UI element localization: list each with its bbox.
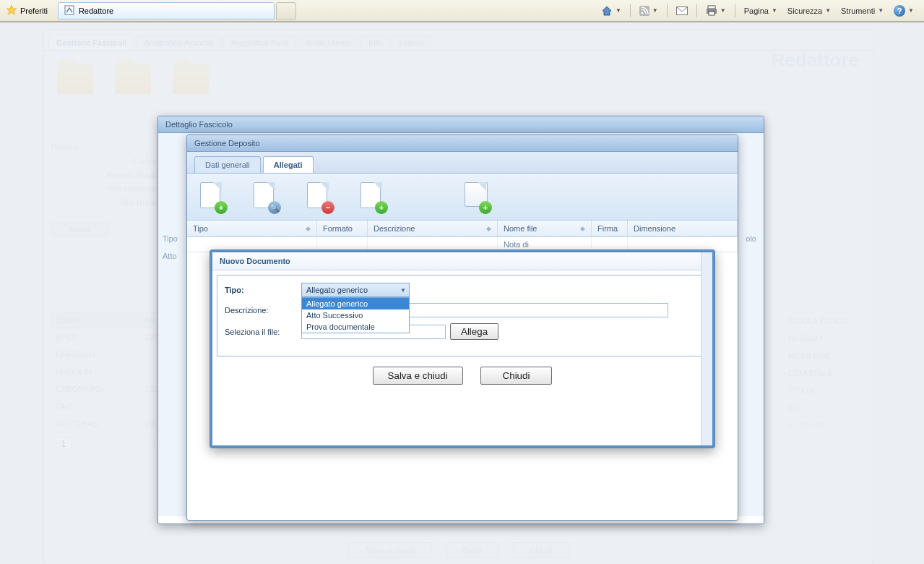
tipo-combobox[interactable]: Allegato generico ▼ Allegato generico At… (301, 283, 410, 297)
option-allegato-generico[interactable]: Allegato generico (302, 298, 409, 309)
doc-delete-button[interactable]: − (307, 182, 336, 211)
favorites-button[interactable]: Preferiti (0, 0, 53, 21)
home-button[interactable]: ▼ (598, 4, 624, 18)
svg-marker-0 (7, 5, 16, 14)
allegati-toolbar: + 🔍 − + + (187, 174, 738, 221)
tab-icon (64, 5, 74, 17)
col-dimensione[interactable]: Dimensione (628, 221, 738, 236)
new-tab-button[interactable] (276, 2, 296, 20)
mail-button[interactable] (673, 5, 691, 17)
rss-button[interactable]: ▼ (636, 4, 661, 17)
tab-title: Redattore (79, 7, 113, 15)
tipo-combobox-value: Allegato generico (306, 286, 368, 294)
nuovo-doc-form: Tipo: Allegato generico ▼ Allegato gener… (217, 275, 708, 356)
mail-icon (676, 7, 688, 15)
favorites-label: Preferiti (20, 7, 48, 15)
print-button[interactable]: ▼ (703, 4, 729, 18)
help-menu[interactable]: ?▼ (891, 4, 917, 18)
nuovo-save-close-button[interactable]: Salva e chiudi (373, 367, 463, 385)
side-label-tipo: Tipo (163, 234, 178, 243)
col-formato[interactable]: Formato (317, 221, 368, 236)
home-icon (601, 5, 613, 17)
side-label-atto: Atto (163, 252, 177, 260)
col-tipo[interactable]: Tipo◆ (187, 221, 317, 236)
svg-rect-5 (708, 6, 715, 9)
doc-add-button[interactable]: + (200, 182, 229, 211)
tab-dati-generali[interactable]: Dati generali (194, 156, 261, 173)
option-prova-documentale[interactable]: Prova documentale (302, 321, 409, 333)
browser-toolbar: Preferiti Redattore ▼ ▼ ▼ Pagina▼ (0, 0, 924, 22)
deposito-tabs: Dati generali Allegati (187, 152, 738, 174)
sicurezza-menu[interactable]: Sicurezza▼ (785, 5, 834, 17)
option-atto-successivo[interactable]: Atto Successivo (302, 309, 409, 321)
print-icon (706, 5, 717, 17)
pagina-menu[interactable]: Pagina▼ (741, 5, 780, 17)
window-nuovo-documento: Nuovo Documento Tipo: Allegato generico … (210, 249, 715, 448)
star-icon (6, 4, 17, 17)
doc-bulk-add-button[interactable]: + (465, 182, 493, 211)
allega-button[interactable]: Allega (450, 323, 498, 340)
window-title: Nuovo Documento (212, 252, 712, 270)
col-firma[interactable]: Firma (592, 221, 628, 236)
tab-allegati[interactable]: Allegati (263, 156, 314, 173)
rss-icon (639, 6, 649, 16)
label-tipo: Tipo: (225, 286, 297, 294)
doc-add2-button[interactable]: + (360, 182, 389, 211)
tipo-dropdown: Allegato generico Atto Successivo Prova … (301, 297, 410, 333)
strumenti-menu[interactable]: Strumenti▼ (838, 5, 886, 17)
svg-point-3 (641, 12, 643, 14)
nuovo-close-button[interactable]: Chiudi (480, 367, 553, 385)
allegati-grid-header: Tipo◆ Formato Descrizione◆ Nome file◆ Fi… (187, 221, 738, 237)
label-descrizione: Descrizione: (225, 306, 297, 315)
window-title: Dettaglio Fascicolo (158, 116, 764, 133)
col-descrizione[interactable]: Descrizione◆ (368, 221, 498, 236)
label-seleziona-file: Seleziona il file: (225, 328, 297, 336)
window-title: Gestione Deposito (187, 135, 738, 152)
browser-tab-active[interactable]: Redattore (58, 2, 275, 20)
scrollbar[interactable] (701, 252, 712, 445)
svg-rect-7 (709, 12, 714, 15)
doc-view-button[interactable]: 🔍 (254, 182, 282, 211)
side-label-olo: olo (746, 234, 756, 243)
chevron-down-icon: ▼ (400, 287, 406, 294)
help-icon: ? (894, 5, 905, 17)
col-nome-file[interactable]: Nome file◆ (498, 221, 592, 236)
